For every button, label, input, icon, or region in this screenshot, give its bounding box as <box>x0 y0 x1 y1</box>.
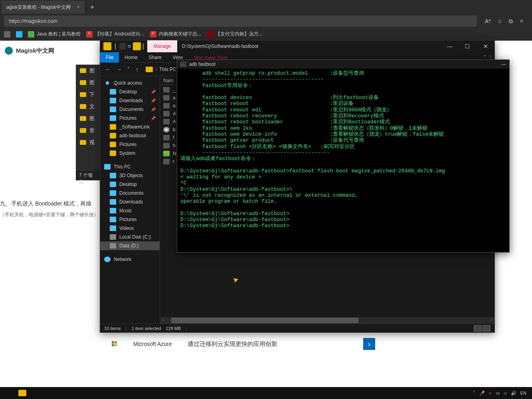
minimize-button[interactable]: — <box>441 40 459 52</box>
magisk-logo-icon <box>5 47 13 55</box>
body-text: 九、手机进入 Bootloader 模式，再插 <box>0 200 99 207</box>
taskbar-file-explorer[interactable] <box>16 387 29 399</box>
tab-close-icon[interactable]: × <box>77 4 80 10</box>
bookmark-item[interactable]: C【转载】Android逆向... <box>86 31 144 38</box>
status-size: 128 MB <box>166 326 181 331</box>
ribbon-file[interactable]: File <box>100 52 119 63</box>
disk-icon <box>110 234 116 240</box>
sidebar-item[interactable]: Desktop <box>100 180 160 189</box>
file-icon <box>163 111 170 117</box>
view-large-button[interactable] <box>483 325 490 332</box>
scroll-left-icon[interactable]: ‹ <box>160 318 166 323</box>
sidebar-item-pictures[interactable]: Pictures📌 <box>100 114 160 122</box>
side-panel: 图 图 下 文 图 音 视 7 个项目 <box>76 65 100 180</box>
file-icon <box>163 159 170 164</box>
downloads-icon <box>110 199 116 205</box>
explorer-titlebar[interactable]: | = | Manage D:\System\Gj\Software\adb-f… <box>100 40 494 52</box>
folder-icon <box>110 133 116 138</box>
sidebar-item[interactable]: Local Disk (C:) <box>100 233 160 241</box>
up-button[interactable]: ↑ <box>134 66 140 73</box>
bookmark-item[interactable]: Java 教程 | 菜鸟教程 <box>28 31 81 38</box>
azure-arrow-button[interactable]: › <box>363 338 375 350</box>
tray-volume-icon[interactable]: 🔊 <box>511 391 516 396</box>
scroll-right-icon[interactable]: › <box>489 318 494 323</box>
sidebar-item[interactable]: Downloads <box>100 198 160 206</box>
collections-icon[interactable]: ⧉ <box>509 18 513 25</box>
tray-ime[interactable]: EN <box>520 391 526 395</box>
view-details-button[interactable] <box>474 325 482 332</box>
minimize-button[interactable]: — <box>501 61 506 67</box>
address-input[interactable]: https://magiskcn.com <box>4 16 477 27</box>
forward-button[interactable]: → <box>115 66 123 73</box>
sidebar-item[interactable]: Pictures <box>100 215 160 224</box>
bookmark-item[interactable]: 【支付宝内购】远方... <box>207 31 263 38</box>
terminal-titlebar[interactable]: CL adb fastboot — <box>177 60 509 69</box>
sidebar-network[interactable]: Network <box>100 255 160 264</box>
azure-message: 通过迁移到云实现更快的应用创新 <box>188 340 277 348</box>
system-tray: ˄ 🎤 ● ▭ ◇ 🔊 EN <box>471 391 529 396</box>
back-button[interactable]: ← <box>103 66 112 73</box>
breadcrumb-text[interactable]: This PC <box>159 67 176 72</box>
documents-icon <box>110 107 116 112</box>
sidebar-quick-access[interactable]: Quick access <box>100 79 160 87</box>
sidebar-this-pc[interactable]: This PC <box>100 162 160 171</box>
sidebar-item[interactable]: Videos <box>100 224 160 233</box>
file-icon <box>163 95 170 101</box>
horizontal-scrollbar[interactable]: ‹ › <box>160 317 494 324</box>
sidebar-item-swlink[interactable]: _SoftwareLink <box>100 122 160 131</box>
bookmark-item[interactable] <box>16 31 22 38</box>
tray-up-icon[interactable]: ˄ <box>473 391 475 396</box>
favorite-icon[interactable]: ☆ <box>497 18 502 25</box>
tray-battery-icon[interactable]: ▭ <box>496 391 500 396</box>
folder-icon <box>18 390 26 396</box>
bookmark-item[interactable] <box>4 31 10 38</box>
star-icon <box>104 80 111 86</box>
folder-icon[interactable] <box>133 42 141 50</box>
pin-icon: 📌 <box>151 90 156 94</box>
close-button[interactable]: ✕ <box>477 40 494 52</box>
webpage-body: 九、手机进入 Bootloader 模式，再插 （手机关机，电源键+音量下键，两… <box>0 196 99 222</box>
file-icon <box>163 143 170 148</box>
start-button[interactable] <box>3 387 16 399</box>
sidebar-item[interactable]: 3D Objects <box>100 171 160 180</box>
pictures-icon <box>110 217 116 222</box>
tray-wifi-icon[interactable]: ◇ <box>504 391 507 396</box>
3d-icon <box>110 173 116 178</box>
tray-mic-icon[interactable]: 🎤 <box>479 391 485 396</box>
file-icon <box>163 87 170 93</box>
sidebar-item-desktop[interactable]: Desktop📌 <box>100 87 160 96</box>
browser-tabs: agisk安装教程 - Magisk中文网 × + <box>0 0 532 14</box>
dropdown-history-icon[interactable]: ˅ <box>126 66 132 73</box>
qat-item[interactable] <box>119 43 126 49</box>
sidebar-item-documents[interactable]: Documents📌 <box>100 105 160 114</box>
manage-tab[interactable]: Manage <box>147 40 177 52</box>
svg-rect-1 <box>115 341 117 344</box>
videos-icon <box>110 225 116 231</box>
folder-icon[interactable] <box>103 42 111 50</box>
ribbon-share[interactable]: Share <box>143 52 167 63</box>
sidebar-item[interactable]: Music <box>100 206 160 215</box>
explorer-sidebar[interactable]: Quick access Desktop📌 Downloads📌 Documen… <box>100 76 160 324</box>
reader-icon[interactable]: Aᴬ <box>485 18 491 25</box>
scroll-thumb[interactable] <box>171 318 358 323</box>
sidebar-item[interactable]: Documents <box>100 189 160 198</box>
sidebar-item-data-d[interactable]: Data (D:) <box>100 241 160 250</box>
browser-tab-active[interactable]: agisk安装教程 - Magisk中文网 × <box>2 1 85 14</box>
ribbon-home[interactable]: Home <box>119 52 143 63</box>
new-tab-button[interactable]: + <box>86 3 99 12</box>
music-icon <box>110 208 116 213</box>
maximize-button[interactable]: ☐ <box>459 40 477 52</box>
file-icon <box>163 135 170 140</box>
tray-rec-icon[interactable]: ● <box>489 391 492 395</box>
svg-rect-2 <box>112 344 114 346</box>
bookmark-item[interactable]: C内购搜索关键字总... <box>150 31 201 38</box>
azure-banner[interactable]: Microsoft Azure 通过迁移到云实现更快的应用创新 ☁ › <box>104 332 383 356</box>
sidebar-item-adbfastboot[interactable]: adb-fastboot <box>100 131 160 140</box>
sidebar-item-downloads[interactable]: Downloads📌 <box>100 96 160 105</box>
terminal-output[interactable]: adb shell getprop ro.product.model :设备型号… <box>177 69 509 252</box>
sidebar-item-system[interactable]: System <box>100 149 160 158</box>
documents-icon <box>110 190 116 196</box>
sidebar-item-pictures2[interactable]: Pictures <box>100 140 160 149</box>
status-selected: 1 item selected <box>131 326 161 331</box>
addons-icon[interactable]: ✧ <box>519 18 524 25</box>
